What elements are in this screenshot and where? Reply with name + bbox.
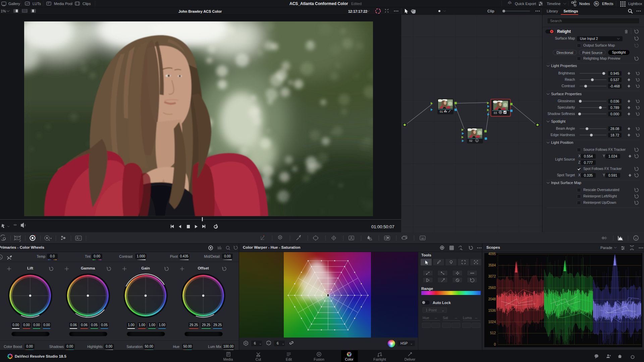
svg-text:01: 01	[440, 110, 443, 113]
svg-text:03: 03	[494, 111, 497, 115]
svg-text:fx: fx	[595, 2, 598, 5]
svg-text:3D: 3D	[421, 237, 424, 240]
svg-text:02: 02	[469, 139, 473, 142]
svg-text:A: A	[0, 256, 1, 259]
